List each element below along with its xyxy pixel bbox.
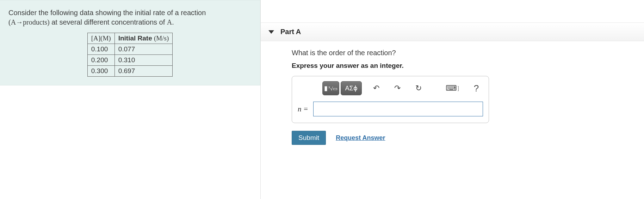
part-header[interactable]: Part A	[261, 23, 644, 41]
redo-button[interactable]: ↷	[391, 81, 404, 95]
equation-toolbar: ▮x√▭ ΑΣϕ ↶ ↷ ↻	[298, 81, 483, 95]
problem-panel: Consider the following data showing the …	[0, 0, 261, 199]
template-icon: ▮	[324, 84, 328, 92]
cell-rate: 0.310	[114, 55, 173, 66]
table-header-row: [A](M) Initial Rate (M/s)	[87, 33, 173, 44]
reset-button[interactable]: ↻	[412, 81, 425, 95]
sqrt-over-box-icon: x√▭	[328, 85, 338, 92]
answer-shell: ▮x√▭ ΑΣϕ ↶ ↷ ↻	[292, 76, 489, 123]
question-text: What is the order of the reaction?	[292, 49, 634, 57]
prompt-box: Consider the following data showing the …	[0, 0, 260, 85]
undo-button[interactable]: ↶	[370, 81, 383, 95]
table-header-rate: Initial Rate (M/s)	[114, 33, 173, 44]
help-button[interactable]: ?	[470, 81, 483, 95]
prompt-reaction: (A→products)	[8, 18, 50, 26]
toolbar-group-templates: ▮x√▭ ΑΣϕ	[322, 81, 362, 95]
template-button[interactable]: ▮x√▭	[322, 81, 339, 95]
cell-rate: 0.697	[114, 66, 173, 77]
redo-icon: ↷	[394, 84, 401, 93]
cell-conc: 0.200	[87, 55, 114, 66]
variable-label: n =	[298, 105, 308, 114]
answer-row: n =	[298, 102, 483, 116]
prompt-species: A	[167, 18, 172, 26]
table-row: 0.200 0.310	[87, 55, 173, 66]
cell-rate: 0.077	[114, 44, 173, 55]
prompt-text: Consider the following data showing the …	[8, 8, 252, 27]
undo-icon: ↶	[373, 84, 379, 93]
prompt-line1: Consider the following data showing the …	[8, 9, 206, 17]
table-row: 0.100 0.077	[87, 44, 173, 55]
actions-row: Submit Request Answer	[292, 131, 634, 145]
submit-button[interactable]: Submit	[292, 131, 326, 145]
greek-icon: ΑΣϕ	[345, 84, 357, 92]
table-header-concentration: [A](M)	[87, 33, 114, 44]
cell-conc: 0.100	[87, 44, 114, 55]
prompt-period: .	[172, 18, 174, 26]
keyboard-button[interactable]: ⌨]	[443, 81, 462, 95]
part-title: Part A	[280, 28, 301, 36]
chevron-down-icon	[268, 30, 274, 34]
instruction-text: Express your answer as an integer.	[292, 62, 634, 70]
reset-icon: ↻	[415, 84, 422, 93]
answer-panel: Part A What is the order of the reaction…	[261, 0, 644, 199]
cell-conc: 0.300	[87, 66, 114, 77]
greek-button[interactable]: ΑΣϕ	[341, 81, 362, 95]
keyboard-icon: ⌨	[446, 84, 457, 93]
request-answer-link[interactable]: Request Answer	[336, 134, 385, 142]
answer-input[interactable]	[313, 102, 483, 116]
prompt-line2-tail: at several different concentrations of	[50, 18, 167, 26]
help-icon: ?	[474, 83, 479, 94]
data-table: [A](M) Initial Rate (M/s) 0.100 0.077 0.…	[87, 33, 173, 77]
table-row: 0.300 0.697	[87, 66, 173, 77]
part-body: What is the order of the reaction? Expre…	[261, 41, 644, 152]
